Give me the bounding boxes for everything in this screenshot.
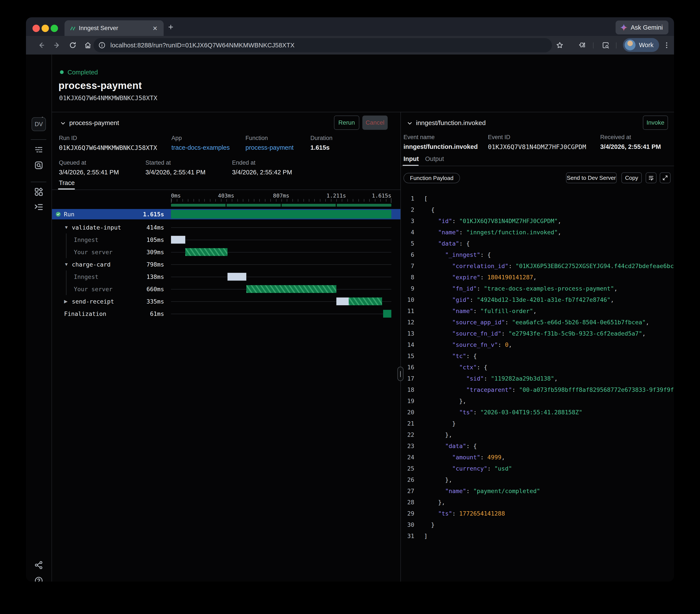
trace-row-label: Run xyxy=(64,211,74,218)
share-icon[interactable] xyxy=(34,560,43,570)
span-bar[interactable] xyxy=(171,210,391,218)
home-icon[interactable] xyxy=(84,41,92,49)
rerun-button[interactable]: Rerun xyxy=(334,116,359,130)
meta-label: Event name xyxy=(403,134,488,141)
trace-search-icon[interactable] xyxy=(34,161,43,170)
meta-value[interactable]: trace-docs-examples xyxy=(172,144,246,151)
meta-value: 01KJX6Q7V81N4DMZ7HFJ0CGPDM xyxy=(488,143,600,151)
run-meta-started-at: Started at3/4/2026, 2:55:41 PM xyxy=(146,159,232,176)
payload-selector-pill[interactable]: Function Payload xyxy=(403,173,460,183)
code-line: 11"name": "fulfill-order", xyxy=(401,306,674,317)
runs-list-icon[interactable] xyxy=(34,145,43,154)
line-number: 26 xyxy=(405,476,414,483)
avatar xyxy=(625,40,636,50)
line-number: 10 xyxy=(405,296,414,303)
collapse-run-chevron-down-icon[interactable] xyxy=(60,120,66,127)
app-badge[interactable]: DV xyxy=(32,117,46,131)
apps-icon[interactable] xyxy=(34,187,44,197)
word-wrap-button[interactable] xyxy=(646,172,657,183)
tab-output[interactable]: Output xyxy=(425,155,444,163)
new-tab-button[interactable] xyxy=(167,23,174,31)
meta-label: App xyxy=(172,135,246,141)
line-number: 30 xyxy=(405,521,414,528)
event-meta-event-name: Event nameinngest/function.invoked xyxy=(403,134,488,151)
collapse-event-chevron-down-icon[interactable] xyxy=(407,120,413,127)
screenshot-stage: Inngest Server ✕ Ask Gemini xyxy=(0,0,700,614)
forward-icon[interactable] xyxy=(53,41,61,49)
help-icon[interactable] xyxy=(34,576,43,581)
side-panel-search-icon[interactable] xyxy=(602,41,610,49)
back-icon[interactable] xyxy=(37,41,45,49)
line-number: 11 xyxy=(405,308,414,314)
trace-row-label: Finalization xyxy=(64,310,106,317)
functions-icon[interactable] xyxy=(34,202,44,212)
meta-label: Event ID xyxy=(488,134,600,141)
trace-row-your-server[interactable]: Your server309ms xyxy=(52,246,400,258)
expand-button[interactable] xyxy=(660,172,671,183)
span-bar[interactable] xyxy=(246,285,336,293)
span-bar[interactable] xyxy=(227,273,246,281)
trace-row-send-receipt[interactable]: ▶send-receipt335ms xyxy=(52,295,400,307)
line-number: 16 xyxy=(405,364,414,371)
bookmark-star-icon[interactable] xyxy=(556,41,564,49)
code-line: 8"expire": 1804190141287, xyxy=(401,272,674,283)
tab-input[interactable]: Input xyxy=(403,155,419,163)
cancel-button[interactable]: Cancel xyxy=(362,116,388,130)
code-line: 19}, xyxy=(401,396,674,407)
browser-tab-strip: Inngest Server ✕ Ask Gemini xyxy=(26,17,674,36)
app-badge-label: DV xyxy=(35,121,43,128)
payload-code[interactable]: 1[2{3"id": "01KJX6Q7V81N4DMZ7HFJ0CGPDM",… xyxy=(401,193,674,542)
span-bar[interactable] xyxy=(171,236,185,244)
span-bar[interactable] xyxy=(383,310,391,318)
run-meta-function: Functionprocess-payment xyxy=(246,135,310,151)
ask-gemini-button[interactable]: Ask Gemini xyxy=(616,21,668,35)
event-meta-row: Event nameinngest/function.invokedEvent … xyxy=(403,134,672,151)
profile-button[interactable]: Work xyxy=(623,38,659,52)
event-meta-received-at: Received at3/4/2026, 2:55:41 PM xyxy=(600,134,672,151)
trace-row-inngest[interactable]: Inngest105ms xyxy=(52,233,400,246)
url-bar[interactable]: localhost:8288/run?runID=01KJX6Q7W64NMKM… xyxy=(93,38,552,52)
minimize-window-button[interactable] xyxy=(41,25,49,32)
payload-selector-label: Function Payload xyxy=(410,175,453,181)
tab-close-icon[interactable]: ✕ xyxy=(153,25,158,32)
profile-label: Work xyxy=(639,41,653,49)
child-guide-line xyxy=(66,233,66,246)
trace-row-run[interactable]: Run1.615s xyxy=(52,209,400,219)
collapse-step-icon[interactable]: ▼ xyxy=(64,262,68,267)
close-window-button[interactable] xyxy=(33,25,40,32)
trace-row-inngest[interactable]: Inngest138ms xyxy=(52,270,400,283)
status-dot xyxy=(60,70,64,74)
collapse-step-icon[interactable]: ▼ xyxy=(64,225,68,230)
reload-icon[interactable] xyxy=(69,41,77,49)
copy-button[interactable]: Copy xyxy=(622,172,642,183)
copy-label: Copy xyxy=(625,175,638,181)
trace-row-charge-card[interactable]: ▼charge-card798ms xyxy=(52,258,400,270)
trace-row-finalization[interactable]: Finalization61ms xyxy=(52,307,400,320)
event-section-title: inngest/function.invoked xyxy=(416,119,486,127)
send-to-dev-server-button[interactable]: Send to Dev Server xyxy=(566,172,617,183)
span-bar[interactable] xyxy=(185,248,227,256)
tab-trace[interactable]: Trace xyxy=(59,179,75,187)
timeline-track-line xyxy=(171,227,391,228)
ask-gemini-label: Ask Gemini xyxy=(631,24,663,31)
toolbar-separator xyxy=(593,42,593,49)
panel-resize-handle[interactable] xyxy=(397,367,403,381)
timeline-minimap[interactable] xyxy=(171,204,391,207)
line-number: 4 xyxy=(405,229,414,235)
extensions-icon[interactable] xyxy=(578,41,586,49)
zoom-window-button[interactable] xyxy=(51,25,58,32)
line-number: 7 xyxy=(405,263,414,269)
code-line: 10"gid": "4924bd12-13de-4201-a31e-fb7f42… xyxy=(401,294,674,306)
site-info-icon[interactable] xyxy=(98,41,105,49)
expand-step-icon[interactable]: ▶ xyxy=(64,299,67,304)
trace-panel: process-payment Rerun Cancel Run ID01KJX… xyxy=(52,112,400,581)
span-bar[interactable] xyxy=(349,297,382,305)
span-bar[interactable] xyxy=(336,297,349,305)
axis-tick-label: 807ms xyxy=(273,193,289,199)
invoke-button[interactable]: Invoke xyxy=(643,116,668,130)
browser-tab[interactable]: Inngest Server ✕ xyxy=(64,20,164,36)
browser-menu-icon[interactable] xyxy=(663,41,671,49)
trace-row-validate-input[interactable]: ▼validate-input414ms xyxy=(52,221,400,233)
meta-value[interactable]: process-payment xyxy=(246,144,310,151)
trace-row-your-server[interactable]: Your server660ms xyxy=(52,283,400,295)
